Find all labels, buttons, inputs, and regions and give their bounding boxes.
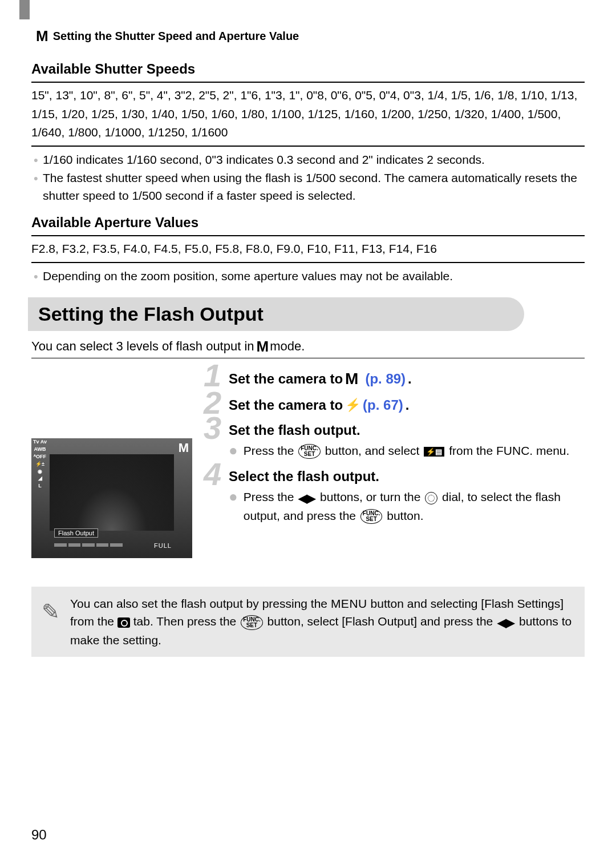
left-right-arrows-icon: ◀▶ bbox=[298, 490, 315, 507]
step-number: 3 bbox=[204, 412, 221, 444]
intro-line: You can select 3 levels of flash output … bbox=[31, 338, 585, 356]
side-tab-marker bbox=[19, 0, 30, 19]
running-header-text: Setting the Shutter Speed and Aperture V… bbox=[53, 30, 299, 43]
shutter-values: 15", 13", 10", 8", 6", 5", 4", 3"2, 2"5,… bbox=[31, 82, 585, 147]
step-1: 1 Set the camera to M (p. 89). bbox=[204, 370, 585, 388]
page-ref-link[interactable]: (p. 89) bbox=[365, 371, 406, 387]
menu-button-label: MENU bbox=[331, 597, 367, 610]
flash-exposure-icon: ⚡▤ bbox=[424, 447, 444, 457]
mode-m-icon: M bbox=[36, 27, 48, 45]
note-text: tab. Then press the bbox=[133, 615, 240, 628]
shutter-note: 1/160 indicates 1/160 second, 0"3 indica… bbox=[31, 151, 585, 168]
lcd-scene bbox=[50, 454, 174, 531]
shutter-notes: 1/160 indicates 1/160 second, 0"3 indica… bbox=[31, 151, 585, 204]
func-set-button-icon: FUNC.SET bbox=[360, 509, 383, 524]
func-set-button-icon: FUNC.SET bbox=[241, 615, 263, 630]
bullet-icon: ● bbox=[229, 443, 238, 458]
lcd-left-icons: Tv Av AWB ᴬOFF ⚡± ◉ ◢ L bbox=[33, 439, 47, 489]
lcd-icon: Tv Av bbox=[33, 439, 47, 445]
lcd-flash-output-label: Flash Output bbox=[54, 528, 98, 538]
lcd-icon: ᴬOFF bbox=[33, 454, 47, 460]
step-title-text: Set the flash output. bbox=[229, 422, 585, 438]
lcd-mode-icon: M bbox=[179, 441, 189, 455]
aperture-heading: Available Aperture Values bbox=[31, 215, 585, 231]
note-text: button, select [Flash Output] and press … bbox=[268, 615, 497, 628]
step-body-text: button. bbox=[387, 509, 423, 522]
lcd-icon: ⚡± bbox=[33, 462, 47, 467]
step-title-text: Select the flash output. bbox=[229, 469, 585, 485]
mode-m-icon: M bbox=[345, 370, 358, 388]
camera-tab-icon bbox=[117, 617, 130, 628]
pencil-icon: ✎ bbox=[42, 596, 60, 628]
step-number: 4 bbox=[204, 458, 221, 490]
lcd-icon: ◉ bbox=[33, 469, 47, 475]
divider bbox=[31, 358, 585, 358]
bullet-icon: ● bbox=[229, 489, 238, 504]
intro-text: mode. bbox=[270, 339, 305, 354]
step-body-text: button, and select bbox=[325, 444, 423, 457]
lcd-icon: AWB bbox=[33, 447, 47, 453]
aperture-notes: Depending on the zoom position, some ape… bbox=[31, 268, 585, 285]
lcd-full-label: FULL bbox=[154, 542, 172, 549]
section-banner: Setting the Flash Output bbox=[28, 297, 524, 331]
page-number: 90 bbox=[31, 827, 47, 843]
step-body-text: buttons, or turn the bbox=[320, 490, 424, 503]
note-text: You can also set the flash output by pre… bbox=[70, 597, 331, 610]
step-3: 3 Set the flash output. ● Press the FUNC… bbox=[204, 422, 585, 460]
intro-text: You can select 3 levels of flash output … bbox=[31, 339, 254, 354]
step-2: 2 Set the camera to ⚡ (p. 67). bbox=[204, 397, 585, 413]
page-ref-link[interactable]: (p. 67) bbox=[363, 397, 403, 413]
func-set-button-icon: FUNC.SET bbox=[298, 444, 321, 459]
aperture-note: Depending on the zoom position, some ape… bbox=[31, 268, 585, 285]
control-dial-icon bbox=[425, 492, 437, 504]
step-body-text: Press the bbox=[244, 490, 298, 503]
aperture-values: F2.8, F3.2, F3.5, F4.0, F4.5, F5.0, F5.8… bbox=[31, 235, 585, 263]
shutter-note: The fastest shutter speed when using the… bbox=[31, 169, 585, 204]
step-body-text: from the FUNC. menu. bbox=[449, 444, 569, 457]
mode-m-icon: M bbox=[257, 338, 269, 356]
step-title-text: Set the camera to bbox=[229, 371, 343, 387]
note-box: ✎ You can also set the flash output by p… bbox=[31, 587, 585, 657]
lcd-icon: L bbox=[33, 483, 47, 489]
lcd-icon: ◢ bbox=[33, 476, 47, 482]
flash-icon: ⚡ bbox=[345, 398, 360, 413]
step-title-text: Set the camera to bbox=[229, 397, 343, 413]
step-4: 4 Select the flash output. ● Press the ◀… bbox=[204, 469, 585, 524]
left-right-arrows-icon: ◀▶ bbox=[497, 614, 514, 631]
shutter-heading: Available Shutter Speeds bbox=[31, 61, 585, 77]
lcd-output-bar bbox=[54, 543, 123, 547]
camera-lcd-screenshot: Tv Av AWB ᴬOFF ⚡± ◉ ◢ L M Flash Output F… bbox=[31, 438, 192, 558]
running-header: M Setting the Shutter Speed and Aperture… bbox=[36, 27, 585, 45]
section-banner-title: Setting the Flash Output bbox=[38, 303, 514, 325]
step-body-text: Press the bbox=[244, 444, 298, 457]
